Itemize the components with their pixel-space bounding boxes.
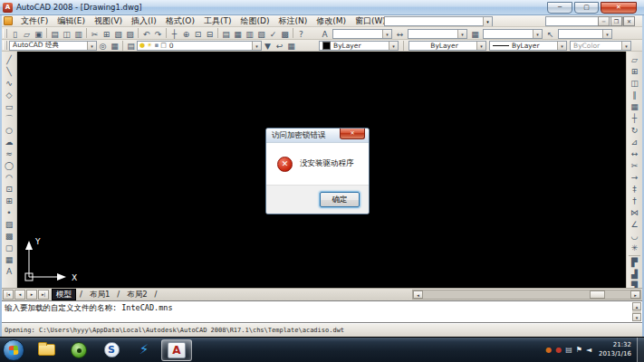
- save-workspace-icon[interactable]: ▦: [109, 40, 120, 51]
- layer-on-bulb-icon[interactable]: ●: [139, 42, 145, 50]
- layer-previous-icon[interactable]: ↩: [274, 40, 285, 51]
- break-at-point-icon[interactable]: ‡: [628, 183, 641, 195]
- scroll-left-button[interactable]: ◂: [413, 291, 423, 299]
- text-style-combo[interactable]: ▾: [332, 29, 392, 39]
- ok-button[interactable]: 确定: [320, 192, 360, 207]
- multiline-text-icon[interactable]: A: [3, 265, 16, 277]
- command-scrollbar[interactable]: ▴ ▾: [632, 302, 641, 321]
- properties-icon[interactable]: ▤: [220, 28, 232, 39]
- open-icon[interactable]: ▱: [21, 28, 33, 39]
- match-properties-icon[interactable]: ▨: [124, 28, 136, 39]
- scale-icon[interactable]: ⊿: [628, 136, 641, 148]
- tray-network-icon[interactable]: ▤: [565, 346, 572, 355]
- array-icon[interactable]: ▦: [628, 100, 641, 112]
- spline-icon[interactable]: ≈: [3, 148, 16, 159]
- explode-icon[interactable]: ✳: [628, 242, 641, 253]
- zoom-realtime-icon[interactable]: ⊕: [180, 28, 192, 39]
- menu-insert[interactable]: 插入(I): [127, 15, 161, 27]
- menu-format[interactable]: 格式(O): [161, 15, 199, 27]
- menu-draw[interactable]: 绘图(D): [235, 15, 274, 27]
- menu-tools[interactable]: 工具(T): [199, 15, 236, 27]
- layer-color-swatch[interactable]: □: [160, 42, 167, 50]
- close-button[interactable]: ✕: [601, 2, 637, 14]
- start-button[interactable]: [3, 339, 24, 361]
- taskbar-sogou-button[interactable]: S: [96, 339, 127, 361]
- ellipse-arc-icon[interactable]: ◠: [3, 171, 16, 183]
- plot-preview-icon[interactable]: ◫: [61, 28, 72, 39]
- mirror-icon[interactable]: ◫: [628, 77, 641, 89]
- region-icon[interactable]: ▢: [3, 242, 16, 253]
- new-icon[interactable]: ▯: [9, 28, 21, 39]
- scrollbar-thumb[interactable]: [590, 291, 605, 299]
- revision-cloud-icon[interactable]: ☁: [3, 136, 16, 148]
- fillet-icon[interactable]: ◡: [628, 230, 641, 242]
- taskbar-explorer-button[interactable]: [31, 339, 62, 361]
- publish-icon[interactable]: ▥: [72, 28, 84, 39]
- workspace-settings-icon[interactable]: ◎: [97, 40, 109, 51]
- break-icon[interactable]: †: [628, 195, 641, 206]
- tray-app-icon-2[interactable]: ●: [555, 346, 562, 355]
- scroll-down-button[interactable]: ▾: [632, 313, 641, 321]
- insert-block-icon[interactable]: ⊡: [3, 183, 16, 195]
- menu-view[interactable]: 视图(V): [90, 15, 127, 27]
- trim-icon[interactable]: ✂: [628, 159, 641, 171]
- sheet-set-manager-icon[interactable]: ▧: [255, 28, 267, 39]
- tray-app-icon-1[interactable]: ●: [545, 346, 552, 355]
- menu-edit[interactable]: 编辑(E): [53, 15, 90, 27]
- pan-icon[interactable]: ┼: [168, 28, 180, 39]
- circle-icon[interactable]: ○: [3, 124, 16, 136]
- tab-next-button[interactable]: ▸: [26, 290, 37, 300]
- color-combo[interactable]: ByLayer ▾: [319, 41, 399, 51]
- toolbar-grip[interactable]: [3, 41, 7, 50]
- lineweight-combo[interactable]: ByLayer ▾: [489, 41, 567, 51]
- command-window[interactable]: 输入要加载的自定义文件的名称: InteCAD.mns ▴ ▾: [0, 300, 644, 323]
- table-icon[interactable]: ▦: [3, 253, 16, 265]
- quickcalc-icon[interactable]: ▩: [279, 28, 291, 39]
- zoom-previous-icon[interactable]: ⊟: [204, 28, 216, 39]
- tab-layout2[interactable]: 布局2: [123, 289, 150, 300]
- redo-icon[interactable]: ↷: [152, 28, 164, 39]
- maximize-button[interactable]: ▢: [574, 2, 599, 14]
- taskbar-autocad-button[interactable]: A: [161, 339, 192, 361]
- action-center-flag-icon[interactable]: ⚑: [576, 346, 582, 355]
- mdi-close-button[interactable]: ✕: [623, 16, 635, 26]
- construction-line-icon[interactable]: ╲: [3, 65, 16, 77]
- dialog-close-button[interactable]: ✕: [340, 129, 365, 139]
- polygon-icon[interactable]: ◇: [3, 89, 16, 100]
- toolbar-grip[interactable]: [3, 29, 7, 38]
- show-desktop-button[interactable]: [637, 338, 644, 362]
- draworder-front-icon[interactable]: ▛: [628, 256, 641, 268]
- paste-icon[interactable]: ▧: [112, 28, 124, 39]
- tab-layout1[interactable]: 布局1: [86, 289, 113, 300]
- polyline-icon[interactable]: ∿: [3, 77, 16, 89]
- plot-icon[interactable]: ▤: [49, 28, 61, 39]
- tab-prev-button[interactable]: ◂: [14, 290, 25, 300]
- taskbar-clock[interactable]: 21:32 2013/1/16: [595, 341, 637, 358]
- layer-combo[interactable]: ●☀▪□ 0 ▾: [137, 41, 262, 51]
- scroll-right-button[interactable]: ▸: [630, 291, 640, 299]
- tab-model[interactable]: 模型: [52, 289, 76, 300]
- join-icon[interactable]: ⋈: [628, 206, 641, 218]
- hatch-icon[interactable]: ▨: [3, 218, 16, 230]
- copy-icon[interactable]: ⊞: [101, 28, 112, 39]
- layer-lock-icon[interactable]: ▪: [154, 42, 159, 50]
- dim-style-icon[interactable]: ↔: [394, 28, 406, 39]
- mleader-style-combo[interactable]: ▾: [558, 29, 612, 39]
- taskbar-thunder-button[interactable]: ⚡: [129, 339, 159, 361]
- gradient-icon[interactable]: ▩: [3, 230, 16, 242]
- point-icon[interactable]: •: [3, 206, 16, 218]
- layer-properties-icon[interactable]: ▤: [125, 40, 137, 51]
- menu-modify[interactable]: 修改(M): [312, 15, 351, 27]
- make-block-icon[interactable]: ⊞: [3, 195, 16, 206]
- move-icon[interactable]: ┼: [628, 112, 641, 124]
- line-icon[interactable]: ╱: [3, 53, 16, 65]
- stretch-icon[interactable]: ↔: [628, 148, 641, 159]
- copy-object-icon[interactable]: ⊞: [628, 65, 641, 77]
- undo-icon[interactable]: ↶: [140, 28, 152, 39]
- erase-icon[interactable]: ▱: [628, 53, 641, 65]
- ellipse-icon[interactable]: ◯: [3, 159, 16, 171]
- help-icon[interactable]: ?: [295, 28, 307, 39]
- window-title-bar[interactable]: A AutoCAD 2008 - [Drawing1.dwg] ─ ▢ ✕: [0, 0, 644, 15]
- offset-icon[interactable]: ∥: [628, 89, 641, 100]
- markup-set-manager-icon[interactable]: ✓: [267, 28, 279, 39]
